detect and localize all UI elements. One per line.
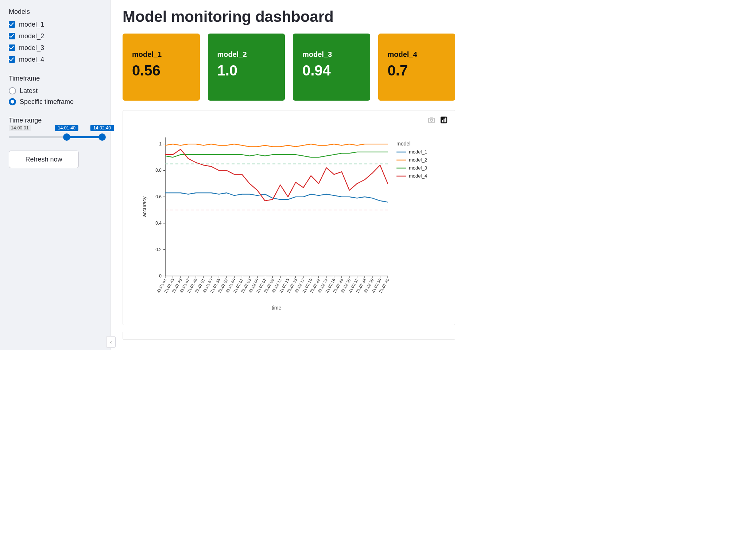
- timerange-min-label: 14:00:01: [9, 125, 31, 131]
- timerange-thumb-hi[interactable]: [98, 133, 106, 141]
- checkbox-icon: [9, 21, 15, 28]
- sidebar: Models model_1model_2model_3model_4 Time…: [0, 0, 111, 350]
- metric-card-model_3: model_30.94: [293, 34, 370, 101]
- timerange-thumb-lo[interactable]: [63, 133, 70, 141]
- svg-text:model: model: [396, 141, 410, 147]
- timeframe-option-specific-timeframe[interactable]: Specific timeframe: [9, 96, 102, 107]
- svg-text:time: time: [272, 305, 282, 311]
- refresh-button[interactable]: Refresh now: [9, 151, 79, 168]
- metric-cards-row: model_10.56model_21.0model_30.94model_40…: [123, 34, 455, 101]
- svg-text:model_4: model_4: [409, 173, 427, 179]
- svg-point-1: [430, 119, 433, 121]
- radio-icon: [9, 87, 16, 94]
- metric-card-value: 0.56: [132, 62, 190, 79]
- next-panel-placeholder: [123, 332, 455, 340]
- svg-text:0.2: 0.2: [155, 247, 162, 252]
- model-checkbox-label: model_4: [19, 56, 44, 63]
- svg-text:1: 1: [159, 141, 162, 147]
- main-content: Model monitoring dashboard model_10.56mo…: [111, 0, 467, 350]
- metric-card-name: model_4: [388, 50, 446, 59]
- metric-card-value: 0.94: [302, 62, 361, 79]
- metric-card-value: 0.7: [388, 62, 446, 79]
- model-checkbox-model_3[interactable]: model_3: [9, 42, 102, 54]
- models-section: Models model_1model_2model_3model_4: [9, 8, 102, 65]
- timeframe-section-label: Timeframe: [9, 75, 102, 82]
- timeframe-option-latest[interactable]: Latest: [9, 85, 102, 96]
- timeframe-option-label: Specific timeframe: [20, 98, 74, 106]
- svg-text:model_3: model_3: [409, 165, 427, 171]
- chart-toolbar: [427, 116, 448, 124]
- metric-card-name: model_1: [132, 50, 190, 59]
- page-title: Model monitoring dashboard: [123, 8, 455, 26]
- sidebar-collapse-handle[interactable]: ‹: [106, 336, 116, 348]
- timerange-section-label: Time range: [9, 117, 102, 124]
- model-checkbox-model_2[interactable]: model_2: [9, 30, 102, 42]
- svg-text:model_1: model_1: [409, 149, 427, 155]
- model-checkbox-model_1[interactable]: model_1: [9, 19, 102, 30]
- model-checkbox-model_4[interactable]: model_4: [9, 54, 102, 65]
- svg-text:0: 0: [159, 273, 162, 279]
- radio-icon: [9, 98, 16, 105]
- accuracy-chart[interactable]: 00.20.40.60.81accuracy21:01:4121:01:4321…: [130, 117, 448, 321]
- timerange-lo-bubble: 14:01:40: [55, 125, 78, 131]
- svg-text:0.8: 0.8: [155, 168, 162, 173]
- svg-text:model_2: model_2: [409, 157, 427, 163]
- svg-text:accuracy: accuracy: [142, 197, 147, 217]
- metric-card-name: model_2: [217, 50, 276, 59]
- checkbox-icon: [9, 56, 15, 63]
- metric-card-name: model_3: [302, 50, 361, 59]
- timerange-hi-bubble: 14:02:40: [90, 125, 114, 131]
- checkbox-icon: [9, 44, 15, 51]
- model-checkbox-label: model_1: [19, 21, 44, 28]
- chart-mode-icon[interactable]: [440, 116, 448, 124]
- metric-card-value: 1.0: [217, 62, 276, 79]
- timeframe-option-label: Latest: [20, 87, 38, 95]
- checkbox-icon: [9, 33, 15, 39]
- model-checkbox-label: model_3: [19, 44, 44, 52]
- refresh-button-label: Refresh now: [25, 156, 62, 163]
- metric-card-model_4: model_40.7: [378, 34, 456, 101]
- metric-card-model_2: model_21.0: [208, 34, 285, 101]
- svg-rect-5: [445, 118, 446, 122]
- timerange-slider[interactable]: 14:00:01 14:01:40 14:02:40: [9, 136, 102, 138]
- metric-card-model_1: model_10.56: [123, 34, 200, 101]
- accuracy-chart-panel: 00.20.40.60.81accuracy21:01:4121:01:4321…: [123, 110, 455, 325]
- svg-text:0.4: 0.4: [155, 221, 162, 226]
- svg-rect-4: [444, 118, 445, 122]
- timerange-section: Time range 14:00:01 14:01:40 14:02:40: [9, 117, 102, 138]
- models-section-label: Models: [9, 8, 102, 16]
- camera-icon[interactable]: [427, 116, 436, 124]
- model-checkbox-label: model_2: [19, 32, 44, 40]
- chevron-left-icon: ‹: [110, 339, 112, 345]
- svg-rect-3: [442, 120, 443, 122]
- timeframe-section: Timeframe LatestSpecific timeframe: [9, 75, 102, 107]
- svg-text:0.6: 0.6: [155, 194, 162, 199]
